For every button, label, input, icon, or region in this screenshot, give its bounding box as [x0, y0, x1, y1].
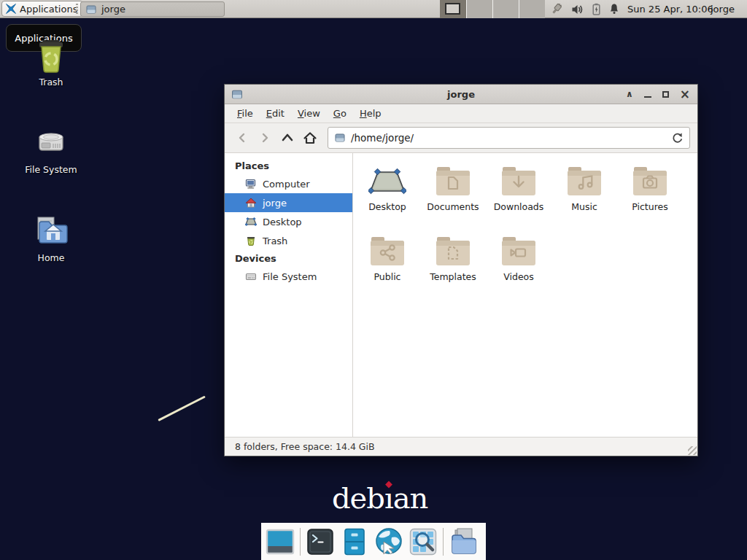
taskbar-window-label: jorge [101, 4, 125, 15]
window-content: Places Computer [225, 153, 697, 437]
resize-grip[interactable] [688, 446, 697, 455]
folder-view[interactable]: Desktop Documents [353, 153, 697, 437]
folder-item-music[interactable]: Music [551, 163, 617, 233]
location-path[interactable]: /home/jorge/ [351, 132, 666, 144]
wordmark-i-red-diamond: ı [384, 481, 393, 515]
window-folder-icon [85, 4, 97, 15]
sidebar-item-label: jorge [263, 198, 287, 209]
wallpaper-swirl-line [158, 395, 206, 421]
shade-button[interactable]: ∧ [626, 89, 633, 99]
panel-separator-grip[interactable] [76, 4, 78, 15]
location-folder-icon [334, 132, 346, 144]
sidebar-item-label: Desktop [263, 217, 302, 228]
dock [261, 523, 486, 560]
home-button[interactable] [300, 128, 320, 148]
desktop-special-icon [368, 165, 406, 198]
debian-wordmark: debıan [332, 481, 427, 515]
folder-label: Pictures [632, 201, 668, 212]
top-panel: Applications jorge [0, 0, 747, 18]
menu-edit[interactable]: Edit [260, 106, 291, 121]
computer-icon [245, 178, 257, 190]
menu-view[interactable]: View [291, 106, 327, 121]
sidebar-item-computer[interactable]: Computer [225, 174, 352, 193]
sidebar-item-file-system[interactable]: File System [225, 267, 352, 286]
menu-file[interactable]: File [231, 106, 260, 121]
notifications-bell-icon[interactable] [608, 3, 620, 15]
window-folder-icon [231, 88, 244, 101]
trash-icon [245, 235, 257, 246]
file-cabinet-icon[interactable] [340, 527, 369, 556]
application-finder-icon[interactable] [409, 527, 438, 556]
folder-icon[interactable] [449, 527, 478, 556]
desktop-root: Applications jorge [0, 0, 747, 560]
reload-icon[interactable] [671, 132, 684, 144]
folder-item-downloads[interactable]: Downloads [486, 163, 551, 233]
close-button[interactable]: × [680, 90, 690, 98]
sidebar-item-label: Computer [263, 179, 310, 190]
folder-label: Videos [503, 271, 534, 282]
minimize-button[interactable] [644, 90, 651, 98]
folder-item-templates[interactable]: Templates [420, 233, 486, 303]
templates-folder-icon [434, 235, 472, 268]
folder-item-videos[interactable]: Videos [486, 233, 551, 303]
sidebar-item-label: File System [263, 271, 317, 282]
folder-item-documents[interactable]: Documents [420, 163, 486, 233]
workspace-switcher[interactable] [440, 0, 545, 18]
dock-separator [300, 528, 301, 556]
folder-item-public[interactable]: Public [355, 233, 420, 303]
folder-item-desktop[interactable]: Desktop [355, 163, 420, 233]
battery-icon[interactable] [591, 3, 602, 15]
folder-item-pictures[interactable]: Pictures [617, 163, 683, 233]
back-icon [236, 131, 249, 144]
sidebar-devices-header: Devices [225, 250, 352, 267]
desktop-icon-label: Home [15, 252, 88, 263]
statusbar: 8 folders, Free space: 14.4 GiB [225, 437, 697, 456]
window-title: jorge [447, 89, 475, 100]
workspace-4[interactable] [519, 0, 545, 18]
dock-separator [443, 528, 444, 556]
pictures-folder-icon [631, 165, 669, 198]
workspace-3[interactable] [492, 0, 519, 18]
workspace-window-preview [445, 3, 460, 15]
desktop-icon-label: File System [15, 164, 88, 175]
menu-go[interactable]: Go [327, 106, 353, 121]
menu-help[interactable]: Help [353, 106, 388, 121]
workspace-2[interactable] [466, 0, 492, 18]
folder-label: Desktop [368, 201, 406, 212]
system-tray [548, 0, 620, 18]
home-icon [245, 197, 257, 209]
removable-device-icon[interactable] [548, 2, 565, 17]
desktop-icon-trash[interactable]: Trash [15, 36, 88, 88]
forward-button[interactable] [255, 128, 275, 148]
folder-label: Music [571, 201, 597, 212]
sidebar-item-trash[interactable]: Trash [225, 231, 352, 250]
desktop-icon-file-system[interactable]: File System [15, 124, 88, 175]
volume-icon[interactable] [571, 4, 584, 15]
up-button[interactable] [277, 128, 298, 148]
desktop-icon-home[interactable]: Home [15, 212, 88, 263]
desktop-icon-label: Trash [15, 77, 88, 88]
trash-icon [34, 36, 69, 73]
location-bar[interactable]: /home/jorge/ [328, 127, 690, 149]
up-icon [280, 131, 295, 144]
sidebar-item-desktop[interactable]: Desktop [225, 212, 352, 231]
sidebar-item-jorge[interactable]: jorge [225, 193, 352, 212]
music-folder-icon [565, 165, 603, 198]
taskbar-window-button[interactable]: jorge [80, 1, 225, 17]
folder-label: Downloads [494, 201, 544, 212]
panel-clock[interactable]: Sun 25 Apr, 10:06 [627, 0, 713, 18]
applications-menu-button[interactable]: Applications [1, 1, 83, 17]
workspace-1[interactable] [440, 0, 466, 18]
show-desktop-icon[interactable] [266, 527, 295, 556]
maximize-button[interactable] [662, 91, 669, 98]
terminal-icon[interactable] [306, 527, 335, 556]
drive-icon [245, 271, 257, 282]
folder-label: Documents [427, 201, 479, 212]
web-browser-globe-icon[interactable] [374, 527, 403, 556]
window-titlebar[interactable]: jorge ∧ × [225, 85, 697, 104]
home-icon [303, 131, 317, 145]
home-folder-icon [33, 212, 69, 249]
hard-drive-icon [34, 124, 69, 160]
back-button[interactable] [232, 128, 252, 148]
panel-username[interactable]: jorge [711, 0, 735, 18]
